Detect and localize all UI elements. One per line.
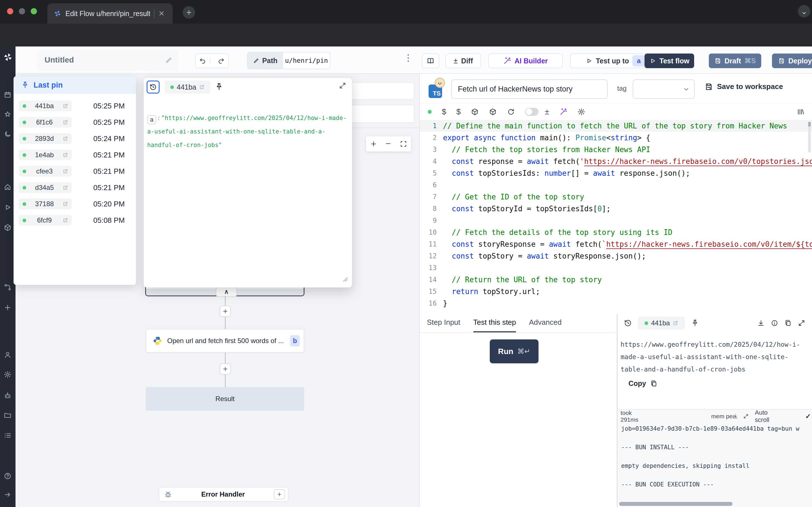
path-button[interactable]: Path bbox=[248, 52, 283, 69]
step-name-input[interactable]: Fetch url of HackerNews top story bbox=[451, 79, 608, 99]
zoom-out-icon[interactable] bbox=[385, 140, 392, 148]
pin-icon[interactable] bbox=[691, 319, 699, 327]
sidebar-item-settings[interactable] bbox=[4, 371, 11, 379]
code-line[interactable]: 6 bbox=[420, 179, 812, 191]
collapse-node-button[interactable]: ∧ bbox=[216, 287, 237, 297]
external-link-icon[interactable] bbox=[673, 320, 678, 326]
pin-history-row[interactable]: 6fcf905:08 PM bbox=[14, 212, 136, 228]
python-step-node[interactable]: Open url and fetch first 500 words of ..… bbox=[146, 329, 304, 353]
code-line[interactable]: 14 // Return the URL of the top story bbox=[420, 274, 812, 286]
undo-button[interactable] bbox=[196, 57, 210, 64]
pin-history-row[interactable]: d34a505:21 PM bbox=[14, 179, 136, 196]
history-icon[interactable] bbox=[624, 319, 632, 327]
reset-icon[interactable] bbox=[507, 108, 515, 116]
code-line[interactable]: 4 const response = await fetch('https://… bbox=[420, 156, 812, 167]
run-chip[interactable]: 441ba bbox=[18, 101, 71, 111]
copy-button[interactable]: Copy bbox=[628, 379, 658, 388]
plusminus-icon[interactable]: ± bbox=[545, 107, 549, 116]
external-link-icon[interactable] bbox=[63, 201, 68, 207]
code-line[interactable]: 10 // Fetch the details of the top story… bbox=[420, 226, 812, 238]
package-icon[interactable] bbox=[489, 108, 497, 116]
sidebar-item-runs-play[interactable] bbox=[4, 203, 11, 211]
code-line[interactable]: 1// Define the main function to fetch th… bbox=[420, 120, 812, 132]
diff-mode-toggle[interactable] bbox=[525, 108, 539, 116]
code-line[interactable]: 7 // Get the ID of the top story bbox=[420, 191, 812, 203]
edit-title-pencil-icon[interactable] bbox=[165, 56, 172, 64]
zoom-in-icon[interactable] bbox=[370, 140, 377, 148]
external-link-icon[interactable] bbox=[63, 185, 68, 190]
code-line[interactable]: 12 const topStory = await storyResponse.… bbox=[420, 250, 812, 262]
browser-tab[interactable]: Edit Flow u/henri/pin_results ✕ bbox=[47, 3, 172, 24]
sidebar-item-apps[interactable] bbox=[4, 432, 11, 439]
autoscroll-check-icon[interactable]: ✓ bbox=[805, 412, 811, 420]
expand-popup-icon[interactable] bbox=[339, 82, 346, 89]
run-chip[interactable]: d34a5 bbox=[18, 182, 71, 193]
run-button[interactable]: Run ⌘↵ bbox=[490, 339, 539, 363]
redo-button[interactable] bbox=[214, 57, 229, 64]
pin-history-row[interactable]: cfee305:21 PM bbox=[14, 163, 136, 179]
editor-scrollbar[interactable] bbox=[808, 122, 811, 153]
package-icon[interactable] bbox=[471, 108, 479, 116]
code-line[interactable]: 3 // Fetch the top stories from Hacker N… bbox=[420, 144, 812, 156]
tab-advanced[interactable]: Advanced bbox=[529, 318, 562, 332]
variables-dollar-icon[interactable]: $ bbox=[442, 107, 446, 116]
test-flow-button[interactable]: Test flow bbox=[645, 54, 694, 68]
pin-icon[interactable] bbox=[215, 82, 223, 91]
expand-logs-icon[interactable] bbox=[743, 413, 749, 419]
close-window-button[interactable] bbox=[7, 8, 13, 14]
maximize-window-button[interactable] bbox=[31, 8, 37, 14]
tab-step-input[interactable]: Step Input bbox=[427, 318, 460, 332]
minimize-window-button[interactable] bbox=[19, 8, 25, 14]
resize-handle[interactable] bbox=[341, 275, 350, 284]
pin-history-row[interactable]: 6f1c605:25 PM bbox=[14, 114, 136, 130]
code-line[interactable]: 9 bbox=[420, 215, 812, 226]
sidebar-item-runs[interactable] bbox=[4, 91, 11, 99]
external-link-icon[interactable] bbox=[63, 168, 68, 174]
path-control[interactable]: Path u/henri/pin bbox=[247, 52, 331, 69]
add-error-handler-button[interactable] bbox=[274, 489, 285, 499]
code-line[interactable]: 15 return topStory.url; bbox=[420, 286, 812, 297]
close-tab-icon[interactable]: ✕ bbox=[158, 9, 165, 18]
ai-builder-button[interactable]: AI Builder bbox=[488, 54, 563, 68]
pinned-run-chip[interactable]: 441ba bbox=[165, 80, 210, 94]
tab-test-this-step[interactable]: Test this step bbox=[473, 318, 516, 332]
flow-title-field[interactable]: Untitled bbox=[37, 50, 179, 70]
sidebar-item-add[interactable] bbox=[4, 304, 11, 312]
sidebar-item-variables[interactable] bbox=[4, 224, 11, 231]
external-link-icon[interactable] bbox=[63, 103, 68, 109]
tab-search-button[interactable]: ⌄ bbox=[798, 5, 810, 17]
code-line[interactable]: 16} bbox=[420, 297, 812, 309]
sidebar-item-folders[interactable] bbox=[4, 411, 11, 419]
draft-button[interactable]: Draft ⌘S bbox=[709, 54, 761, 68]
result-node[interactable]: Result bbox=[146, 387, 304, 411]
sidebar-expand-icon[interactable] bbox=[4, 491, 11, 499]
run-chip[interactable]: 6f1c6 bbox=[18, 117, 71, 128]
toolbar-menu-icon[interactable]: ⋮ bbox=[404, 52, 413, 63]
external-link-icon[interactable] bbox=[199, 84, 205, 90]
download-logs-icon[interactable] bbox=[733, 413, 738, 419]
log-horizontal-scrollbar[interactable] bbox=[619, 502, 732, 506]
windmill-logo[interactable] bbox=[3, 52, 13, 62]
code-editor[interactable]: 1// Define the main function to fetch th… bbox=[420, 120, 812, 314]
code-line[interactable]: 13 bbox=[420, 262, 812, 274]
editor-settings-gear-icon[interactable] bbox=[577, 108, 585, 116]
result-key-badge[interactable]: a bbox=[147, 115, 156, 124]
code-line[interactable]: 5 const topStoriesIds: number[] = await … bbox=[420, 167, 812, 179]
save-to-workspace-button[interactable]: Save to workspace bbox=[705, 82, 783, 91]
external-link-icon[interactable] bbox=[63, 152, 68, 158]
error-handler-node[interactable]: Error Handler bbox=[159, 487, 289, 502]
pin-history-row[interactable]: 2893d05:24 PM bbox=[14, 130, 136, 147]
add-step-button[interactable] bbox=[220, 363, 231, 375]
history-button[interactable] bbox=[147, 80, 160, 94]
run-chip[interactable]: cfee3 bbox=[18, 166, 71, 177]
resources-dollar-icon[interactable]: $ bbox=[456, 107, 461, 116]
external-link-icon[interactable] bbox=[63, 136, 68, 142]
sidebar-item-workers[interactable] bbox=[4, 392, 11, 399]
code-line[interactable]: 8 const topStoryId = topStoriesIds[0]; bbox=[420, 203, 812, 215]
ai-wand-icon[interactable] bbox=[559, 108, 567, 116]
sidebar-item-account[interactable] bbox=[4, 351, 11, 359]
clipboard-icon[interactable] bbox=[784, 320, 792, 327]
library-panel-icon[interactable] bbox=[797, 108, 805, 116]
download-icon[interactable] bbox=[757, 320, 765, 327]
new-tab-button[interactable]: + bbox=[183, 6, 195, 18]
